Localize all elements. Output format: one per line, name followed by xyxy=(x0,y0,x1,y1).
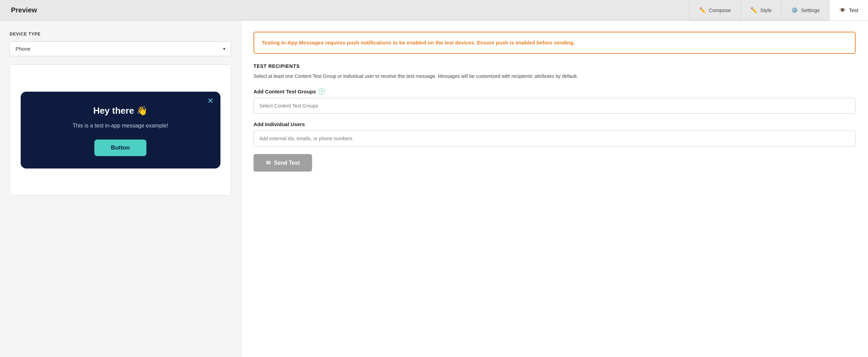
device-type-selector: Phone Tablet Desktop ▼ xyxy=(10,41,231,56)
individual-users-input[interactable] xyxy=(254,131,856,146)
test-recipients-title: TEST RECIPIENTS xyxy=(254,63,856,69)
warning-banner: Testing In-App Messages requires push no… xyxy=(254,32,856,54)
preview-label: Preview xyxy=(11,6,37,14)
tab-test[interactable]: 👁️ Test xyxy=(829,0,868,20)
inapp-message-card: ✕ Hey there 👋 This is a test in-app mess… xyxy=(21,92,220,169)
inapp-cta-button[interactable]: Button xyxy=(94,140,146,156)
close-icon[interactable]: ✕ xyxy=(207,97,214,105)
test-recipients-description: Select at least one Content Test Group o… xyxy=(254,72,856,80)
settings-icon: ⚙️ xyxy=(791,7,798,13)
tab-settings[interactable]: ⚙️ Settings xyxy=(781,0,829,20)
individual-users-label: Add Individual Users xyxy=(254,121,856,127)
inapp-body: This is a test in-app message example! xyxy=(33,122,208,130)
device-type-label: DEVICE TYPE xyxy=(10,32,231,37)
content-test-groups-label: Add Content Test Groups ? xyxy=(254,88,856,94)
preview-container: ✕ Hey there 👋 This is a test in-app mess… xyxy=(10,64,231,195)
warning-text: Testing In-App Messages requires push no… xyxy=(262,39,847,47)
compose-icon: ✏️ xyxy=(699,7,706,13)
send-test-button[interactable]: ✉ Send Test xyxy=(254,154,312,172)
page-title: Preview xyxy=(0,0,96,20)
tab-nav: ✏️ Compose ✏️ Style ⚙️ Settings 👁️ Test xyxy=(689,0,868,20)
left-panel: DEVICE TYPE Phone Tablet Desktop ▼ ✕ Hey… xyxy=(0,21,241,357)
test-icon: 👁️ xyxy=(839,7,846,13)
inapp-title: Hey there 👋 xyxy=(33,105,208,116)
tab-style[interactable]: ✏️ Style xyxy=(741,0,781,20)
send-icon: ✉ xyxy=(266,160,270,166)
right-panel: Testing In-App Messages requires push no… xyxy=(241,21,868,357)
device-type-select[interactable]: Phone Tablet Desktop xyxy=(10,41,231,56)
main-content: DEVICE TYPE Phone Tablet Desktop ▼ ✕ Hey… xyxy=(0,21,868,357)
tab-compose[interactable]: ✏️ Compose xyxy=(689,0,741,20)
app-header: Preview ✏️ Compose ✏️ Style ⚙️ Settings … xyxy=(0,0,868,21)
content-test-groups-input[interactable] xyxy=(254,98,856,114)
content-test-groups-help-icon[interactable]: ? xyxy=(319,88,325,94)
style-icon: ✏️ xyxy=(751,7,757,13)
